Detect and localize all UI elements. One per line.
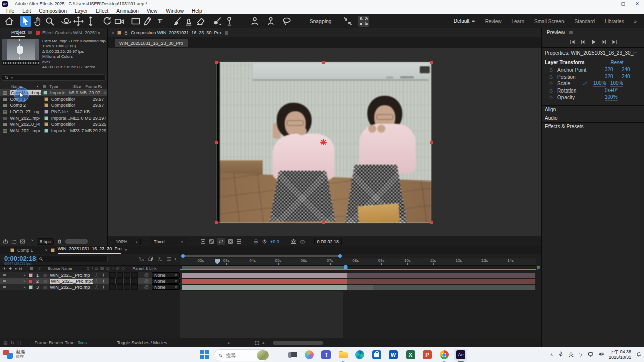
start-button[interactable] [198, 349, 211, 361]
draft-3d-icon[interactable] [148, 256, 153, 262]
label-color-chip[interactable] [44, 129, 48, 133]
taskbar-app-word[interactable]: W [387, 349, 400, 361]
layer-shy-icon[interactable] [94, 273, 99, 277]
menu-help[interactable]: Help [188, 7, 206, 14]
expand-transfer-controls-icon[interactable]: ↻ [11, 340, 15, 345]
timeline-tab-close-icon[interactable]: × [45, 248, 48, 253]
timeline-zoom-track[interactable] [232, 343, 253, 343]
notification-bell-icon[interactable] [636, 351, 642, 358]
skip-end-button[interactable] [611, 39, 618, 45]
timeline-tab-menu-icon[interactable]: ≡ [124, 248, 127, 253]
fit-icon[interactable] [200, 239, 206, 244]
label-color-chip[interactable] [44, 116, 48, 120]
workspace-tab-small-screen[interactable]: Small Screen [529, 15, 569, 28]
col-type[interactable]: Type [49, 84, 58, 89]
new-composition-icon[interactable] [20, 239, 25, 244]
expand-icon[interactable] [358, 16, 369, 27]
new-folder-icon[interactable] [11, 239, 17, 244]
tab-project[interactable]: Project [11, 28, 25, 37]
motion-blur-icon[interactable]: ◐ [174, 256, 178, 262]
tool-pen[interactable] [142, 16, 153, 27]
section-align[interactable]: Align [542, 105, 644, 114]
tool-zoom[interactable] [44, 16, 55, 27]
tool-camera[interactable] [114, 16, 125, 27]
stopwatch-icon[interactable] [549, 68, 553, 72]
label-color-chip[interactable] [43, 90, 47, 95]
handle-mid-left[interactable] [215, 141, 218, 144]
workspace-overflow-icon[interactable]: » [629, 15, 642, 28]
taskbar-app-copilot[interactable] [303, 349, 316, 361]
workspace-tab-libraries[interactable]: Libraries [600, 15, 629, 28]
layer-shy-icon[interactable] [94, 285, 99, 289]
layer-parent-dropdown[interactable]: None∨ [152, 272, 180, 278]
workspace-tab-default[interactable]: Default≡ [449, 14, 480, 29]
tool-eraser[interactable] [195, 16, 206, 27]
lasso-tool-icon[interactable] [281, 16, 292, 27]
taskbar-app-powerpoint[interactable]: P [421, 349, 434, 361]
layer-switch-cell[interactable] [109, 278, 116, 284]
handle-bottom-right[interactable] [430, 221, 433, 224]
property-value[interactable]: 240 [622, 74, 635, 80]
layer-row[interactable]: ▸2▥WIN_202..._Pro.mp4/@None∨ [0, 278, 180, 284]
mask-visibility-icon[interactable] [228, 239, 233, 244]
resolution-dropdown[interactable]: Third∨ [151, 238, 186, 245]
comp-marker-icon[interactable] [536, 265, 542, 273]
bit-depth-button[interactable]: 8 bpc [37, 238, 54, 245]
interpret-footage-icon[interactable] [3, 239, 8, 244]
skip-start-button[interactable] [569, 39, 576, 45]
layer-duration-bar-dim[interactable] [373, 285, 535, 290]
mini-flowchart-icon[interactable] [139, 256, 144, 262]
sort-arrow-icon[interactable]: ▲ [36, 85, 39, 88]
footage-filename[interactable]: Cars Mo..tage - Free Download.mp4 ▼ [42, 39, 106, 44]
region-of-interest-icon[interactable] [217, 238, 225, 245]
label-color-chip[interactable] [44, 122, 48, 126]
timeline-search-input[interactable] [45, 256, 105, 262]
project-item-name[interactable]: WIN_202...mp4 [10, 116, 40, 121]
project-item-name[interactable]: LOGO_27...ng [10, 109, 40, 114]
layer-visibility-icon[interactable] [2, 279, 7, 283]
exposure-icon[interactable] [262, 239, 267, 244]
layer-switch-cell[interactable] [117, 272, 123, 278]
project-item-row[interactable]: ▩WIN_202..0_ProComposition29.225 [0, 121, 107, 128]
layer-label-chip[interactable] [29, 279, 33, 283]
handle-top-right[interactable] [430, 61, 433, 64]
panel-menu-icon[interactable] [28, 31, 32, 34]
reset-button[interactable]: Reset [610, 60, 623, 65]
workspace-tab-learn[interactable]: Learn [506, 15, 529, 28]
source-name-column[interactable]: Source Name [48, 266, 72, 271]
layer-parent-dropdown[interactable]: None∨ [152, 278, 180, 284]
exposure-value[interactable]: +0.0 [270, 239, 279, 244]
search-highlight-image[interactable] [257, 350, 269, 360]
timeline-tab-comp1[interactable]: Comp 1 [17, 248, 33, 253]
snapshot-camera-icon[interactable] [290, 238, 297, 245]
step-forward-button[interactable] [601, 39, 607, 45]
col-frame-rate[interactable]: Frame Ra.. [85, 84, 102, 89]
handle-top-center[interactable] [322, 61, 325, 64]
weather-widget[interactable]: 潮濕 現在 [3, 349, 25, 359]
layer-quality-icon[interactable]: / [103, 285, 104, 290]
menu-composition[interactable]: Composition [35, 7, 71, 14]
workspace-menu-icon[interactable]: ≡ [472, 18, 474, 23]
trash-icon[interactable] [57, 239, 62, 244]
zoom-in-mountain-icon[interactable]: ▲ [261, 340, 266, 345]
expand-layer-switches-icon[interactable]: ▤ [3, 340, 8, 345]
wand-icon[interactable] [28, 239, 34, 244]
handle-top-left[interactable] [215, 61, 218, 64]
viewer-menu-icon[interactable] [225, 31, 228, 35]
frame-blending-icon[interactable] [166, 256, 172, 262]
label-color-chip[interactable] [44, 97, 48, 101]
layer-duration-bar[interactable] [182, 279, 347, 284]
layer-switch-cell[interactable] [116, 278, 123, 284]
zoom-dropdown[interactable]: 100%∨ [113, 238, 141, 245]
label-color-chip[interactable] [44, 103, 48, 107]
tool-roto-brush[interactable] [212, 16, 223, 27]
composition-video-layer[interactable] [216, 62, 431, 223]
layer-visibility-icon[interactable] [2, 285, 7, 289]
ime-mode[interactable]: ㄅ [578, 351, 583, 358]
workspace-tab-standard[interactable]: Standard [569, 15, 600, 28]
menu-effect[interactable]: Effect [92, 7, 112, 14]
stopwatch-icon[interactable] [549, 81, 553, 86]
layer-switch-cell[interactable] [124, 272, 130, 278]
layer-duration-bar[interactable] [182, 285, 347, 290]
layer-switch-cell[interactable] [124, 284, 130, 290]
